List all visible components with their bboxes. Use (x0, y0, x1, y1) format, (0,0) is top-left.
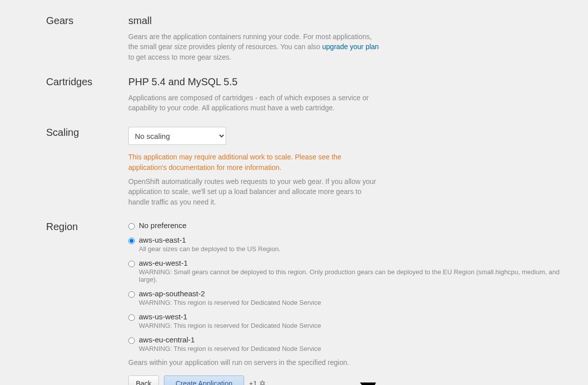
gears-value: small (128, 15, 578, 27)
gears-desc: Gears are the application containers run… (128, 32, 379, 62)
gears-row: Gears small Gears are the application co… (46, 15, 578, 62)
region-option: aws-us-east-1All gear sizes can be deplo… (128, 236, 578, 253)
region-option-desc: All gear sizes can be deployed to the US… (139, 245, 578, 253)
region-footer: Gears within your application will run o… (128, 358, 578, 366)
region-option: aws-ap-southeast-2WARNING: This region i… (128, 289, 578, 306)
region-radio[interactable] (128, 291, 135, 298)
scaling-select[interactable]: No scaling (128, 127, 226, 145)
scaling-label: Scaling (46, 127, 128, 138)
annotation-arrow-icon (359, 380, 429, 385)
cartridges-value: PHP 5.4 and MySQL 5.5 (128, 76, 578, 88)
cartridges-label: Cartridges (46, 76, 128, 88)
gear-icon (259, 380, 266, 385)
scaling-desc: OpenShift automatically routes web reque… (128, 176, 379, 207)
gear-count-badge: +1 (249, 379, 266, 385)
region-option-desc: WARNING: This region is reserved for Ded… (139, 345, 578, 352)
region-option: aws-us-west-1WARNING: This region is res… (128, 312, 578, 329)
region-radio[interactable] (128, 223, 135, 230)
region-label: Region (46, 221, 128, 233)
region-radio[interactable] (128, 337, 135, 344)
region-option-desc: WARNING: This region is reserved for Ded… (139, 322, 578, 329)
region-option-label: aws-eu-central-1 (139, 335, 578, 344)
region-option-label: No preference (139, 221, 578, 230)
create-application-button[interactable]: Create Application (164, 375, 244, 385)
region-row: Region No preferenceaws-us-east-1All gea… (46, 221, 578, 385)
button-row: Back Create Application +1 (128, 375, 578, 385)
svg-marker-0 (360, 382, 376, 385)
region-radio[interactable] (128, 261, 135, 267)
region-radio[interactable] (128, 238, 135, 244)
upgrade-plan-link[interactable]: upgrade your plan (322, 43, 379, 51)
back-button[interactable]: Back (128, 375, 159, 385)
region-radio[interactable] (128, 314, 135, 321)
cartridges-desc: Applications are composed of cartridges … (128, 93, 379, 113)
region-option-label: aws-eu-west-1 (139, 259, 578, 267)
region-option-desc: WARNING: This region is reserved for Ded… (139, 299, 578, 306)
region-option: aws-eu-west-1WARNING: Small gears cannot… (128, 259, 578, 283)
region-option-label: aws-us-west-1 (139, 312, 578, 321)
scaling-row: Scaling No scaling This application may … (46, 127, 578, 207)
region-option: aws-eu-central-1WARNING: This region is … (128, 335, 578, 352)
region-option-label: aws-ap-southeast-2 (139, 289, 578, 298)
region-option: No preference (128, 221, 578, 230)
scaling-warning: This application may require additional … (128, 152, 359, 172)
gears-label: Gears (46, 15, 128, 27)
cartridges-row: Cartridges PHP 5.4 and MySQL 5.5 Applica… (46, 76, 578, 113)
region-option-desc: WARNING: Small gears cannot be deployed … (139, 268, 578, 283)
region-option-label: aws-us-east-1 (139, 236, 578, 244)
